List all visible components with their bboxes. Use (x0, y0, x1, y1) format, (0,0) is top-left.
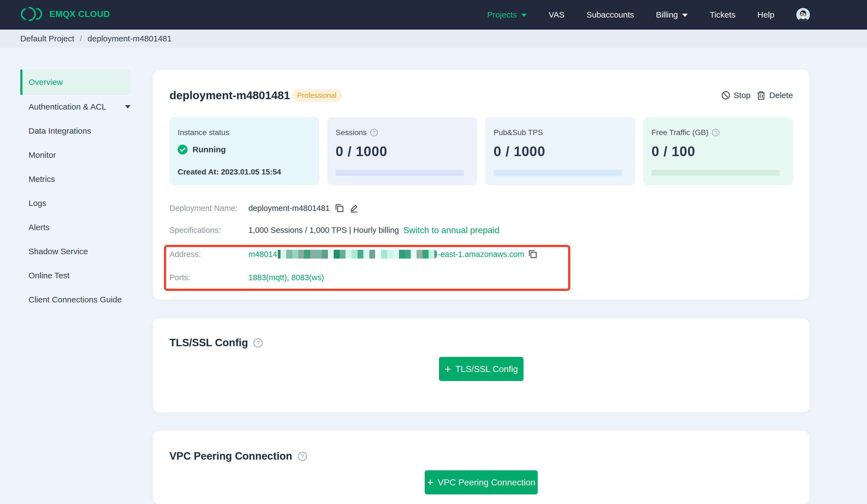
svg-text:?: ? (714, 130, 717, 135)
svg-text:?: ? (373, 130, 375, 135)
svg-text:?: ? (256, 339, 260, 346)
svg-text:?: ? (301, 453, 304, 460)
